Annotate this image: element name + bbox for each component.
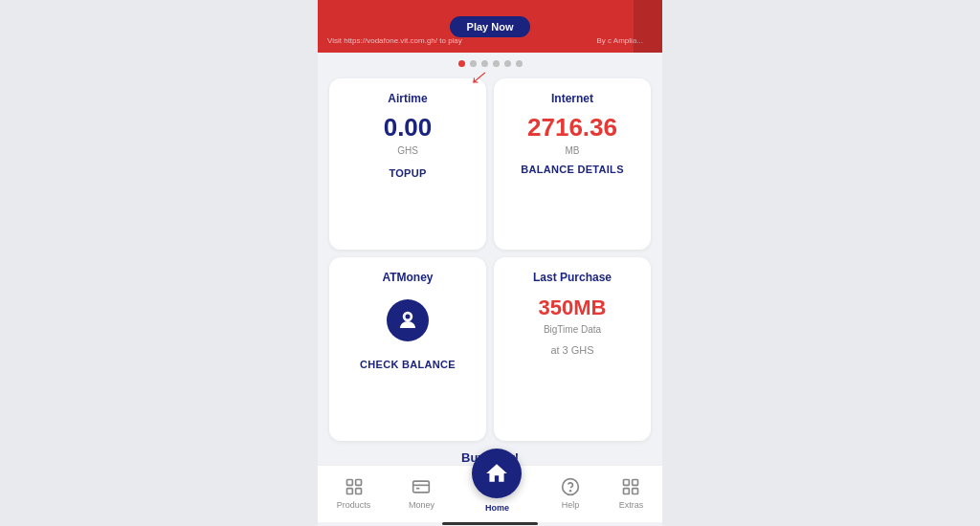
- last-purchase-value: 350MB: [539, 297, 607, 318]
- dot-5[interactable]: [504, 60, 511, 67]
- check-balance-button[interactable]: CHECK BALANCE: [360, 359, 456, 370]
- products-icon: [344, 476, 365, 497]
- internet-card: Internet 2716.36 MB BALANCE DETAILS: [494, 78, 651, 250]
- home-label: Home: [485, 503, 509, 513]
- svg-rect-7: [413, 481, 430, 493]
- products-label: Products: [337, 500, 371, 510]
- home-icon: [484, 461, 509, 486]
- last-purchase-title: Last Purchase: [533, 271, 612, 284]
- svg-point-1: [406, 315, 411, 319]
- banner-corner: [634, 0, 662, 53]
- extras-label: Extras: [619, 500, 644, 510]
- bottom-bar: [318, 522, 662, 526]
- svg-rect-11: [633, 480, 638, 486]
- bottom-navigation: Products Money Home: [318, 465, 662, 522]
- svg-rect-12: [624, 489, 630, 494]
- airtime-card: Airtime 0.00 GHS TOPUP: [329, 78, 486, 250]
- svg-rect-4: [355, 480, 361, 486]
- topup-button[interactable]: TOPUP: [389, 167, 426, 179]
- money-label: Money: [409, 500, 434, 510]
- carousel-dots: [318, 53, 662, 75]
- airtime-unit: GHS: [397, 145, 418, 156]
- svg-rect-5: [346, 489, 352, 494]
- svg-rect-3: [346, 480, 352, 486]
- internet-unit: MB: [566, 145, 580, 156]
- airtime-title: Airtime: [388, 92, 427, 105]
- dot-6[interactable]: [516, 60, 523, 67]
- help-label: Help: [562, 500, 580, 510]
- banner-text-left: Visit https://vodafone.vit.com.gh/ to pl…: [327, 36, 462, 45]
- internet-title: Internet: [551, 92, 593, 105]
- atmoney-card: ATMoney CHECK BALANCE: [329, 257, 486, 441]
- nav-extras[interactable]: Extras: [619, 476, 644, 510]
- atmoney-title: ATMoney: [382, 271, 433, 284]
- promo-banner: Play Now Visit https://vodafone.vit.com.…: [318, 0, 662, 53]
- atmoney-icon: [387, 299, 429, 341]
- nav-home[interactable]: Home: [472, 473, 522, 513]
- nav-money[interactable]: Money: [409, 476, 434, 510]
- dot-1[interactable]: [458, 60, 465, 67]
- balance-details-button[interactable]: BALANCE DETAILS: [521, 164, 624, 175]
- last-purchase-price: at 3 GHS: [550, 344, 593, 356]
- internet-value: 2716.36: [527, 115, 617, 140]
- play-now-button[interactable]: Play Now: [450, 16, 531, 37]
- svg-rect-6: [355, 489, 361, 494]
- last-purchase-card: Last Purchase 350MB BigTime Data at 3 GH…: [494, 257, 651, 441]
- dot-3[interactable]: [481, 60, 488, 67]
- home-button[interactable]: [472, 449, 522, 498]
- svg-rect-10: [624, 480, 630, 486]
- person-icon: [396, 309, 419, 332]
- dot-2[interactable]: [470, 60, 477, 67]
- extras-icon: [620, 476, 641, 497]
- dot-4[interactable]: [493, 60, 500, 67]
- last-purchase-sublabel: BigTime Data: [544, 324, 601, 335]
- nav-products[interactable]: Products: [337, 476, 371, 510]
- airtime-value: 0.00: [384, 115, 433, 140]
- money-icon: [411, 476, 432, 497]
- help-icon: [560, 476, 581, 497]
- svg-rect-13: [633, 489, 638, 494]
- nav-help[interactable]: Help: [560, 476, 581, 510]
